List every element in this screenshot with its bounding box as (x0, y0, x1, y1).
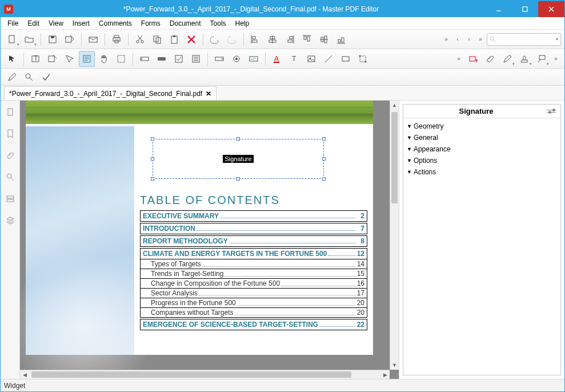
copy-button[interactable] (149, 31, 165, 47)
align-center-h-button[interactable] (265, 31, 281, 47)
section-geometry[interactable]: ▼Geometry (404, 121, 559, 132)
crop-tool[interactable] (355, 51, 371, 67)
horizontal-scrollbar[interactable]: ◀▶ (20, 370, 390, 379)
hand-tool[interactable] (96, 51, 112, 67)
prev-button[interactable]: ‹ (452, 36, 463, 42)
zoom-small-tool[interactable] (21, 69, 37, 85)
bookmarks-panel-icon[interactable] (3, 127, 17, 141)
signature-field-tool[interactable] (246, 51, 262, 67)
svg-rect-22 (253, 40, 257, 42)
panel-settings-icon[interactable] (546, 110, 557, 113)
line-tool[interactable] (320, 51, 336, 67)
search-box[interactable]: ▾ (487, 33, 561, 46)
image-tool[interactable] (303, 51, 319, 67)
svg-text:+: + (475, 57, 478, 63)
mini-toolbar (1, 69, 564, 86)
minimize-button[interactable] (486, 1, 512, 17)
svg-point-58 (235, 58, 238, 60)
menu-document[interactable]: Document (165, 18, 206, 29)
section-appearance[interactable]: ▼Appearance (404, 143, 559, 155)
section-actions[interactable]: ▼Actions (404, 166, 559, 178)
menu-insert[interactable]: Insert (68, 18, 94, 29)
svg-rect-72 (522, 60, 527, 62)
stamp-tool[interactable]: ▾ (516, 51, 532, 67)
layers-panel-icon[interactable] (3, 214, 17, 227)
paste-button[interactable] (166, 31, 182, 47)
resize-handle-ne[interactable] (322, 137, 326, 141)
vertical-scrollbar[interactable]: ▲▼ (390, 101, 399, 370)
menu-tools[interactable]: Tools (206, 18, 231, 29)
rect-tool[interactable] (338, 51, 354, 67)
section-general[interactable]: ▼General (404, 132, 559, 143)
button-field-tool[interactable] (154, 51, 170, 67)
highlight-tool[interactable]: A (269, 51, 285, 67)
document-viewport: Signature TABLE (20, 101, 399, 379)
align-right-button[interactable] (282, 31, 298, 47)
listbox-field-tool[interactable] (188, 51, 204, 67)
resize-handle-n[interactable] (237, 137, 240, 141)
undo-button[interactable] (207, 31, 223, 47)
print-button[interactable] (109, 31, 125, 47)
save-as-button[interactable] (62, 31, 78, 47)
edit-text-tool[interactable]: T (27, 51, 43, 67)
resize-handle-s[interactable] (237, 177, 240, 181)
pencil-small-tool[interactable] (4, 69, 20, 85)
main-toolbar: ▾ ▾ » ‹ › » ▾ (1, 30, 564, 49)
open-button[interactable]: ▾ (21, 31, 37, 47)
menu-comments[interactable]: Comments (94, 18, 137, 29)
combobox-field-tool[interactable] (211, 51, 227, 67)
radio-field-tool[interactable] (229, 51, 245, 67)
check-small-tool[interactable] (38, 69, 54, 85)
resize-handle-nw[interactable] (151, 137, 154, 141)
pencil-tool[interactable]: ▾ (499, 51, 515, 67)
resize-handle-e[interactable] (322, 157, 326, 161)
document-tab[interactable]: *Power_Forward_3.0_-_April_2017_-_Digita… (4, 86, 217, 100)
menu-forms[interactable]: Forms (137, 18, 165, 29)
edit-document-tool[interactable] (79, 51, 95, 67)
text-field-tool[interactable] (137, 51, 153, 67)
resize-handle-w[interactable] (151, 157, 154, 161)
edit-object-tool[interactable] (45, 51, 61, 67)
delete-button[interactable] (183, 31, 199, 47)
resize-handle-se[interactable] (322, 177, 326, 181)
section-options[interactable]: ▼Options (404, 155, 559, 166)
maximize-button[interactable] (512, 1, 538, 17)
menu-file[interactable]: File (3, 18, 23, 29)
email-button[interactable] (85, 31, 101, 47)
menu-edit[interactable]: Edit (23, 18, 44, 29)
callout-tool[interactable]: ▾ (534, 51, 550, 67)
resize-handle-sw[interactable] (151, 177, 154, 181)
toc-entry: REPORT METHODOLOGY8 (140, 235, 367, 247)
toolbar-overflow-1[interactable]: » (441, 36, 451, 42)
next-button[interactable]: › (464, 36, 474, 42)
attachments-panel-icon[interactable] (3, 149, 17, 162)
document-tab-close-icon[interactable]: ✕ (206, 90, 211, 98)
align-left-button[interactable] (247, 31, 263, 47)
align-center-v-button[interactable] (316, 31, 332, 47)
typewriter-tool[interactable]: T (286, 51, 302, 67)
select-tool[interactable] (4, 51, 20, 67)
signature-field[interactable]: Signature (153, 139, 324, 179)
cut-button[interactable] (132, 31, 148, 47)
attachment-tool[interactable] (482, 51, 498, 67)
save-button[interactable] (45, 31, 61, 47)
align-bottom-button[interactable] (333, 31, 349, 47)
new-button[interactable]: ▾ (4, 31, 20, 47)
close-button[interactable] (538, 1, 564, 17)
align-top-button[interactable] (299, 31, 315, 47)
document-canvas[interactable]: Signature TABLE (20, 101, 390, 370)
pages-panel-icon[interactable] (3, 105, 17, 119)
menu-help[interactable]: Help (231, 18, 254, 29)
page-banner-image (26, 101, 373, 126)
toolbar2-overflow-2[interactable]: » (551, 55, 561, 62)
menu-view[interactable]: View (44, 18, 68, 29)
annotation-rect-tool[interactable]: + (465, 51, 481, 67)
toolbar2-overflow-1[interactable]: » (454, 55, 464, 62)
toolbar-overflow-2[interactable]: » (475, 36, 486, 42)
redo-button[interactable] (224, 31, 240, 47)
fields-panel-icon[interactable] (3, 192, 17, 206)
edit-form-tool[interactable] (62, 51, 78, 67)
search-panel-icon[interactable] (3, 170, 17, 184)
select-text-tool[interactable] (113, 51, 129, 67)
checkbox-field-tool[interactable] (171, 51, 187, 67)
